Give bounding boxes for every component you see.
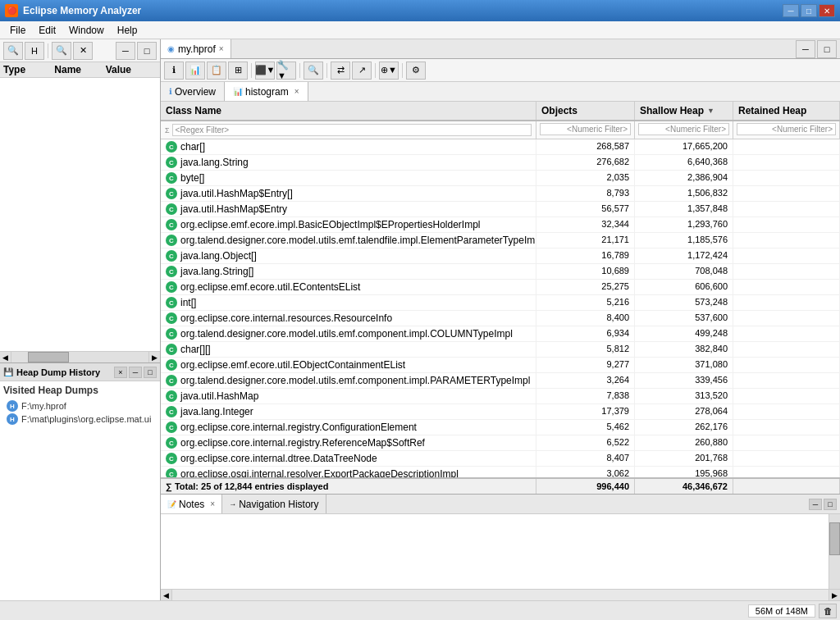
cell-objects-21: 3,062 [536, 467, 635, 477]
menu-file[interactable]: File [3, 23, 32, 38]
class-icon-16: C [166, 390, 177, 402]
notes-tab-close[interactable]: × [210, 499, 215, 508]
table-row[interactable]: C char[][] 5,812 382,840 [161, 342, 840, 358]
cell-objects-19: 6,522 [536, 435, 635, 450]
tab-overview[interactable]: ℹ Overview [161, 82, 225, 101]
tool-copy[interactable]: ⇄ [331, 62, 350, 80]
col-header-retained[interactable]: Retained Heap [733, 102, 840, 120]
minimize-button[interactable]: ─ [783, 4, 799, 17]
class-icon-13: C [166, 344, 177, 355]
table-row[interactable]: C org.eclipse.core.internal.registry.Con… [161, 420, 840, 435]
tool-expand[interactable]: ⊕▼ [379, 62, 399, 80]
tool-dropdown1[interactable]: ⬛▼ [255, 62, 275, 80]
bottom-hscroll[interactable]: ◀ ▶ [161, 589, 840, 600]
table-row[interactable]: C java.lang.String[] 10,689 708,048 [161, 264, 840, 280]
cell-classname-12: C org.talend.designer.core.model.utils.e… [161, 326, 536, 341]
tool-export[interactable]: ↗ [352, 62, 372, 80]
col-header-objects[interactable]: Objects [536, 102, 635, 120]
table-row[interactable]: C org.eclipse.core.internal.resources.Re… [161, 311, 840, 326]
scroll-thumb[interactable] [28, 352, 69, 362]
cell-shallow-4: 1,357,848 [635, 202, 733, 217]
tool-histogram[interactable]: 📊 [185, 62, 205, 80]
bottom-minimize-btn[interactable]: ─ [809, 499, 822, 510]
cell-classname-0: C char[] [161, 139, 536, 154]
table-row[interactable]: C org.talend.designer.core.model.utils.e… [161, 373, 840, 389]
tool-info[interactable]: ℹ [164, 62, 184, 80]
tab-minimize[interactable]: ─ [796, 40, 815, 58]
cell-retained-18 [733, 420, 840, 435]
table-row[interactable]: C java.lang.String 276,682 6,640,368 [161, 155, 840, 171]
table-row[interactable]: C org.talend.designer.core.model.utils.e… [161, 233, 840, 248]
table-row[interactable]: C int[] 5,216 573,248 [161, 295, 840, 311]
table-row[interactable]: C org.eclipse.osgi.internal.resolver.Exp… [161, 467, 840, 477]
bottom-scrollbar[interactable] [829, 514, 840, 589]
table-row[interactable]: C org.talend.designer.core.model.utils.e… [161, 326, 840, 342]
filter-retained-input[interactable] [737, 123, 836, 135]
tool-settings[interactable]: ⚙ [406, 62, 426, 80]
table-body[interactable]: C char[] 268,587 17,665,200 C java.lang.… [161, 139, 840, 477]
table-row[interactable]: C org.eclipse.emf.ecore.util.EContentsEL… [161, 280, 840, 295]
left-maximize[interactable]: □ [137, 42, 157, 60]
cell-shallow-20: 201,768 [635, 451, 733, 466]
left-tool-close[interactable]: ✕ [73, 42, 93, 60]
class-icon-10: C [166, 297, 177, 308]
bottom-scroll-thumb[interactable] [829, 522, 840, 555]
left-tool-h[interactable]: H [25, 42, 44, 60]
menu-window[interactable]: Window [62, 23, 111, 38]
tool-dominator[interactable]: 📋 [207, 62, 226, 80]
file-tab-close[interactable]: × [219, 44, 224, 53]
heap-dump-item-1[interactable]: H F:\mat\plugins\org.eclipse.mat.ui [3, 413, 157, 426]
tool-search[interactable]: 🔍 [304, 62, 323, 80]
menu-help[interactable]: Help [111, 23, 144, 38]
table-row[interactable]: C char[] 268,587 17,665,200 [161, 139, 840, 155]
filter-shallow-input[interactable] [638, 123, 729, 135]
scroll-left-btn[interactable]: ◀ [0, 352, 11, 362]
table-row[interactable]: C java.util.HashMap 7,838 313,520 [161, 389, 840, 404]
histogram-tab-close[interactable]: × [294, 87, 299, 96]
heap-dump-path-0: F:\my.hprof [21, 401, 66, 411]
table-row[interactable]: C org.eclipse.core.internal.registry.Ref… [161, 435, 840, 451]
left-minimize[interactable]: ─ [116, 42, 135, 60]
filter-classname-input[interactable] [172, 124, 532, 136]
table-row[interactable]: C java.util.HashMap$Entry 56,577 1,357,8… [161, 202, 840, 217]
col-header-classname[interactable]: Class Name [161, 102, 536, 120]
cell-shallow-5: 1,293,760 [635, 217, 733, 232]
left-tool-search[interactable]: 🔍 [3, 42, 23, 60]
table-row[interactable]: C org.eclipse.emf.ecore.util.EObjectCont… [161, 358, 840, 373]
table-row[interactable]: C org.eclipse.emf.ecore.impl.BasicEObjec… [161, 217, 840, 233]
table-row[interactable]: C java.lang.Object[] 16,789 1,172,424 [161, 248, 840, 264]
gc-button[interactable]: 🗑 [819, 604, 837, 618]
heap-dump-close[interactable]: × [114, 367, 127, 378]
file-tab-myhprof[interactable]: ◉ my.hprof × [161, 39, 231, 58]
table-row[interactable]: C org.eclipse.core.internal.dtree.DataTr… [161, 451, 840, 467]
heap-dump-maximize[interactable]: □ [144, 367, 157, 378]
left-scrollbar[interactable]: ◀ ▶ [0, 351, 160, 362]
close-button[interactable]: ✕ [819, 4, 835, 17]
filter-objects-input[interactable] [540, 123, 631, 135]
scroll-track[interactable] [11, 352, 148, 362]
tool-top[interactable]: ⊞ [228, 62, 248, 80]
left-tree-header: Type Name Value [0, 62, 160, 78]
hscroll-right-btn[interactable]: ▶ [829, 590, 840, 600]
cell-shallow-14: 371,080 [635, 358, 733, 372]
menu-edit[interactable]: Edit [32, 23, 62, 38]
maximize-button[interactable]: □ [801, 4, 817, 17]
tab-histogram[interactable]: 📊 histogram × [225, 82, 308, 101]
bottom-maximize-btn[interactable]: □ [824, 499, 837, 510]
class-icon-21: C [166, 468, 177, 477]
table-row[interactable]: C java.lang.Integer 17,379 278,064 [161, 404, 840, 420]
table-row[interactable]: C java.util.HashMap$Entry[] 8,793 1,506,… [161, 186, 840, 202]
tab-maximize[interactable]: □ [817, 40, 837, 58]
visited-dumps-label: Visited Heap Dumps [3, 385, 157, 396]
tool-dropdown2[interactable]: 🔧▼ [276, 62, 296, 80]
col-header-shallow[interactable]: Shallow Heap ▼ [635, 102, 733, 120]
tab-notes[interactable]: 📝 Notes × [161, 495, 222, 513]
tab-nav-history[interactable]: → Navigation History [222, 495, 326, 513]
table-row[interactable]: C byte[] 2,035 2,386,904 [161, 171, 840, 186]
scroll-right-btn[interactable]: ▶ [148, 352, 160, 362]
left-tool-search2[interactable]: 🔍 [52, 42, 71, 60]
bottom-content [161, 514, 840, 589]
hscroll-left-btn[interactable]: ◀ [161, 590, 172, 600]
heap-dump-item-0[interactable]: H F:\my.hprof [3, 399, 157, 413]
heap-dump-minimize[interactable]: ─ [129, 367, 142, 378]
